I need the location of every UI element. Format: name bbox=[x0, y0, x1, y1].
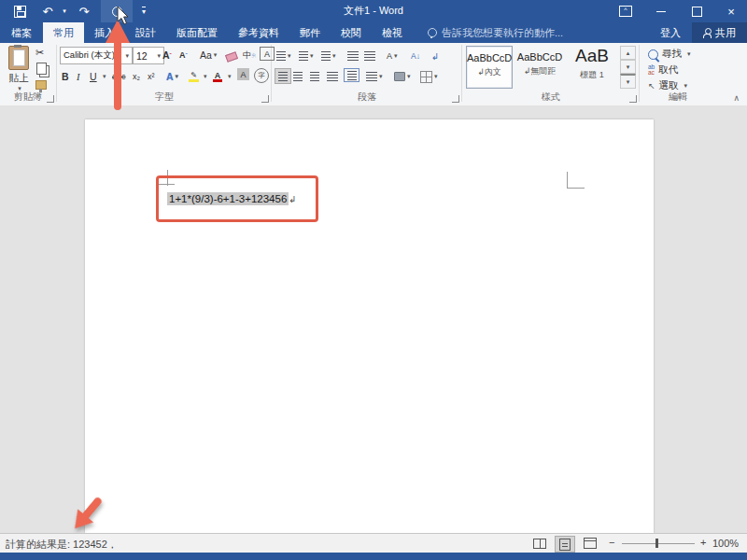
multilevel-list-button[interactable]: ▾ bbox=[321, 48, 336, 64]
tab-home[interactable]: 常用 bbox=[43, 22, 84, 43]
print-layout-button[interactable] bbox=[555, 536, 575, 553]
clear-formatting-button[interactable] bbox=[226, 49, 237, 65]
borders-button[interactable]: ▾ bbox=[420, 68, 438, 85]
editing-group-label: 編輯 bbox=[631, 91, 725, 104]
font-dialog-launcher[interactable] bbox=[261, 95, 269, 103]
tab-review[interactable]: 校閱 bbox=[331, 22, 372, 43]
show-marks-button[interactable]: ↲ bbox=[431, 48, 439, 64]
align-right-button[interactable] bbox=[310, 68, 319, 85]
annotation-highlight-box bbox=[156, 175, 318, 222]
clipboard-group: 貼上 ▾ ✂ 剪貼簿 bbox=[0, 43, 56, 105]
zoom-slider-track[interactable] bbox=[622, 543, 695, 544]
margin-crop-mark bbox=[567, 188, 585, 189]
shrink-font-button[interactable]: Aˇ bbox=[179, 47, 188, 63]
tab-mailings[interactable]: 郵件 bbox=[289, 22, 331, 43]
read-mode-button[interactable] bbox=[530, 536, 549, 551]
read-mode-icon bbox=[533, 539, 546, 549]
replace-button[interactable]: abac 取代 bbox=[648, 63, 678, 77]
tab-view[interactable]: 檢視 bbox=[372, 22, 413, 43]
styles-more-button[interactable]: ▾ bbox=[620, 74, 636, 89]
bold-button[interactable]: B bbox=[62, 68, 69, 85]
taskbar-strip bbox=[0, 553, 747, 560]
tab-references[interactable]: 參考資料 bbox=[228, 22, 289, 43]
styles-scroll-up-button[interactable]: ▴ bbox=[620, 46, 636, 60]
text-highlight-button[interactable]: ✎ bbox=[189, 68, 199, 85]
font-color-dropdown[interactable]: ▾ bbox=[226, 68, 232, 85]
font-group-label: 字型 bbox=[58, 91, 271, 104]
justify-button[interactable] bbox=[327, 68, 338, 85]
find-icon bbox=[648, 49, 658, 60]
font-size-value: 12 bbox=[136, 50, 148, 62]
enclose-characters-button[interactable]: 字 bbox=[254, 68, 269, 83]
superscript-button[interactable]: x² bbox=[148, 68, 155, 85]
print-layout-icon bbox=[559, 539, 571, 551]
distributed-icon bbox=[347, 71, 357, 80]
cut-button[interactable]: ✂ bbox=[35, 47, 44, 59]
underline-button[interactable]: U bbox=[90, 68, 97, 85]
align-right-icon bbox=[310, 72, 319, 81]
distributed-button[interactable] bbox=[344, 68, 359, 82]
zoom-in-button[interactable]: + bbox=[700, 537, 706, 548]
font-size-combo[interactable]: 12▾ bbox=[133, 47, 164, 64]
phonetic-guide-button[interactable]: 中ㄓ bbox=[243, 47, 257, 63]
close-button[interactable]: × bbox=[717, 0, 745, 22]
lightbulb-icon bbox=[428, 28, 437, 37]
align-center-icon bbox=[293, 72, 303, 81]
find-button[interactable]: 尋找▾ bbox=[648, 47, 691, 62]
change-case-button[interactable]: Aa▾ bbox=[200, 47, 217, 63]
paste-button[interactable]: 貼上 ▾ bbox=[6, 46, 32, 92]
tell-me-box[interactable]: 告訴我您想要執行的動作... bbox=[428, 22, 563, 43]
highlighter-icon: ✎ bbox=[190, 71, 197, 79]
font-color-button[interactable]: A bbox=[213, 68, 222, 85]
clipboard-dialog-launcher[interactable] bbox=[47, 95, 54, 103]
scissors-icon: ✂ bbox=[35, 47, 44, 58]
numbering-button[interactable]: ▾ bbox=[299, 48, 314, 64]
numbered-list-icon bbox=[299, 51, 308, 61]
tab-layout[interactable]: 版面配置 bbox=[166, 22, 228, 43]
tab-design[interactable]: 設計 bbox=[125, 22, 166, 43]
italic-button[interactable]: I bbox=[77, 68, 80, 85]
character-shading-button[interactable]: A bbox=[237, 68, 249, 80]
font-group: Calibri (本文)▾ 12▾ Aˆ Aˇ Aa▾ 中ㄓ A B I U ▾… bbox=[58, 43, 271, 105]
bullets-button[interactable]: ▾ bbox=[276, 48, 291, 64]
maximize-button[interactable] bbox=[683, 0, 711, 22]
grow-font-button[interactable]: Aˆ bbox=[162, 47, 172, 63]
justify-icon bbox=[327, 72, 338, 81]
align-left-icon bbox=[278, 72, 288, 81]
zoom-percentage[interactable]: 100% bbox=[712, 538, 739, 549]
zoom-slider-knob[interactable] bbox=[655, 539, 658, 548]
styles-scroll-down-button[interactable]: ▾ bbox=[620, 60, 636, 74]
sign-in-button[interactable]: 登入 bbox=[649, 26, 692, 40]
increase-indent-button[interactable] bbox=[364, 48, 375, 64]
share-label: 共用 bbox=[715, 26, 736, 40]
minimize-button[interactable] bbox=[647, 0, 675, 22]
paragraph-dialog-launcher[interactable] bbox=[452, 95, 459, 103]
decrease-indent-button[interactable] bbox=[347, 48, 359, 64]
text-effects-button[interactable]: A▾ bbox=[166, 68, 178, 85]
shading-button[interactable]: ▾ bbox=[394, 68, 411, 85]
style-card-no-spacing[interactable]: AaBbCcD ↲無間距 bbox=[515, 46, 564, 87]
asian-layout-button[interactable]: A▾ bbox=[387, 48, 398, 64]
collapse-ribbon-button[interactable]: ∧ bbox=[733, 93, 740, 103]
style-card-normal[interactable]: AaBbCcD ↲內文 bbox=[466, 46, 513, 89]
align-center-button[interactable] bbox=[293, 68, 303, 85]
paint-bucket-icon bbox=[394, 72, 405, 81]
maximize-icon bbox=[692, 7, 702, 17]
align-left-button[interactable] bbox=[275, 68, 291, 84]
web-layout-button[interactable] bbox=[581, 536, 599, 551]
paragraph-group: ▾ ▾ ▾ A▾ A↓ ↲ ▾ ▾ ▾ 段落 bbox=[273, 43, 461, 105]
copy-button[interactable] bbox=[36, 63, 47, 77]
share-button[interactable]: 共用 bbox=[692, 22, 747, 43]
paste-label: 貼上 bbox=[6, 72, 32, 85]
style-card-heading1[interactable]: AaB 標題 1 bbox=[567, 46, 617, 87]
ribbon-display-options-button[interactable]: ^ bbox=[612, 0, 640, 22]
mouse-cursor bbox=[116, 6, 131, 26]
ribbon-display-options-icon: ^ bbox=[619, 6, 632, 17]
text-highlight-dropdown[interactable]: ▾ bbox=[202, 68, 207, 85]
paste-icon bbox=[8, 46, 29, 70]
sort-button[interactable]: A↓ bbox=[411, 48, 420, 64]
tab-file[interactable]: 檔案 bbox=[0, 22, 43, 43]
zoom-out-button[interactable]: − bbox=[609, 537, 614, 548]
line-spacing-button[interactable]: ▾ bbox=[366, 68, 383, 85]
subscript-button[interactable]: x₂ bbox=[133, 68, 140, 85]
